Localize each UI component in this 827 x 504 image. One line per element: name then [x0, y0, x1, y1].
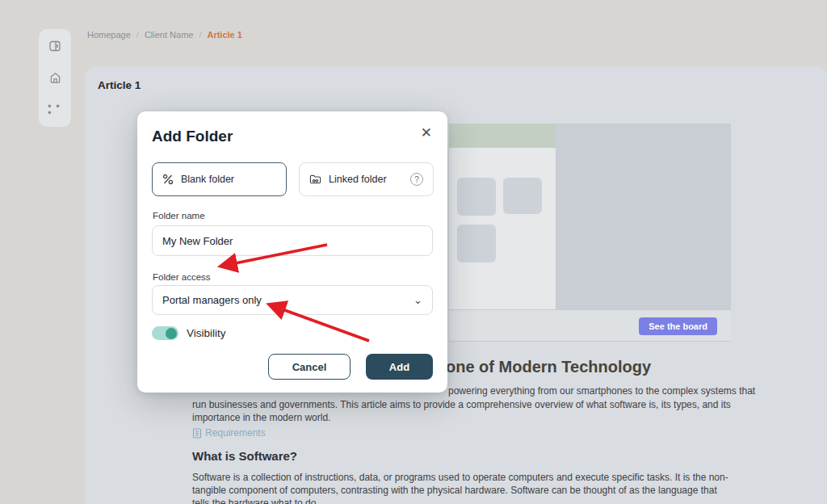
requirements-link[interactable]: Requirements: [192, 427, 266, 439]
linked-folder-icon: [309, 174, 321, 185]
board-card: [457, 178, 496, 216]
folder-type-row: Blank folder Linked folder ?: [152, 162, 434, 196]
breadcrumb-homepage[interactable]: Homepage: [87, 30, 131, 40]
folder-access-select[interactable]: Portal managers only ⌄: [152, 285, 433, 315]
article-intro: run businesses and governments. This art…: [192, 398, 735, 424]
percent-folder-icon: [162, 174, 174, 185]
home-icon[interactable]: [48, 71, 62, 86]
toggle-knob: [166, 328, 177, 339]
see-the-board-button[interactable]: See the board: [639, 317, 717, 335]
collapse-panel-icon[interactable]: [48, 39, 62, 53]
article-intro-line1: powering everything from our smartphones…: [448, 385, 755, 397]
breadcrumb-client-name[interactable]: Client Name: [145, 30, 194, 40]
page: • • • Homepage / Client Name / Article 1…: [0, 0, 827, 504]
linked-folder-label: Linked folder: [329, 174, 387, 185]
linked-folder-option[interactable]: Linked folder ?: [299, 162, 434, 196]
close-icon[interactable]: ✕: [421, 126, 432, 140]
chevron-down-icon: ⌄: [414, 294, 422, 306]
board-preview-canvas: [556, 124, 731, 309]
visibility-row: Visibility: [152, 326, 226, 340]
modal-title: Add Folder: [152, 128, 233, 145]
visibility-toggle[interactable]: [152, 326, 178, 340]
requirements-label: Requirements: [205, 427, 266, 439]
breadcrumb-article: Article 1: [207, 30, 241, 40]
cancel-button[interactable]: Cancel: [268, 354, 351, 380]
folder-name-label: Folder name: [153, 211, 205, 220]
board-card: [457, 225, 496, 262]
breadcrumb-separator: /: [136, 30, 139, 40]
section-heading: What is Software?: [192, 449, 297, 463]
page-title: Article 1: [98, 79, 141, 91]
document-icon: [192, 428, 202, 439]
article-heading-fragment: one of Modern Technology: [446, 358, 651, 376]
breadcrumb-separator: /: [199, 30, 201, 40]
board-preview-header: [449, 124, 556, 148]
add-button[interactable]: Add: [366, 354, 433, 380]
folder-access-label: Folder access: [153, 272, 211, 282]
board-card: [503, 178, 542, 214]
add-folder-modal: Add Folder ✕ Blank folder: [137, 111, 447, 393]
help-icon[interactable]: ?: [410, 173, 423, 186]
visibility-label: Visibility: [187, 327, 226, 339]
more-icon[interactable]: • • •: [48, 103, 62, 117]
modal-footer: Cancel Add: [268, 354, 433, 380]
blank-folder-option[interactable]: Blank folder: [152, 162, 287, 196]
folder-name-input[interactable]: [152, 225, 433, 256]
blank-folder-label: Blank folder: [181, 174, 234, 185]
section-body: Software is a collection of instructions…: [192, 471, 735, 504]
board-preview-list: [449, 124, 556, 309]
breadcrumb: Homepage / Client Name / Article 1: [87, 30, 242, 40]
sidebar: • • •: [39, 29, 71, 127]
board-preview-footer: See the board: [449, 309, 731, 342]
folder-access-value: Portal managers only: [162, 294, 262, 306]
